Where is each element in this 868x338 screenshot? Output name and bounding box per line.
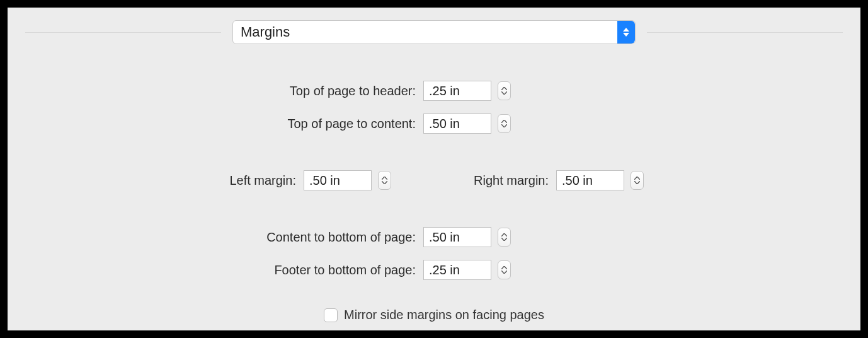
row-mirror: Mirror side margins on facing pages xyxy=(25,308,843,322)
dropdown-selected-label: Margins xyxy=(241,24,290,40)
input-right-margin[interactable] xyxy=(556,170,624,190)
stepper-footer-bottom[interactable] xyxy=(498,260,511,279)
label-right-margin: Right margin: xyxy=(442,173,549,188)
form-area: Top of page to header: Top of page to co… xyxy=(25,81,843,322)
label-footer-bottom: Footer to bottom of page: xyxy=(25,263,416,277)
input-left-margin[interactable] xyxy=(304,170,372,190)
input-top-content[interactable] xyxy=(423,114,491,134)
input-top-header[interactable] xyxy=(423,81,491,101)
label-content-bottom: Content to bottom of page: xyxy=(25,230,416,245)
stepper-right-margin[interactable] xyxy=(631,171,644,190)
stepper-top-content[interactable] xyxy=(498,114,511,133)
label-left-margin: Left margin: xyxy=(25,173,296,188)
section-divider: Margins xyxy=(25,20,843,44)
checkbox-mirror[interactable] xyxy=(324,308,338,322)
label-top-header: Top of page to header: xyxy=(25,84,416,98)
margins-panel: Margins Top of page to header: Top of pa… xyxy=(8,8,860,330)
row-top-content: Top of page to content: xyxy=(25,114,843,134)
label-top-content: Top of page to content: xyxy=(25,117,416,131)
row-side-margins: Left margin: Right margin: xyxy=(25,170,843,190)
row-footer-bottom: Footer to bottom of page: xyxy=(25,260,843,280)
row-top-header: Top of page to header: xyxy=(25,81,843,101)
row-content-bottom: Content to bottom of page: xyxy=(25,227,843,247)
section-dropdown[interactable]: Margins xyxy=(232,20,636,44)
input-footer-bottom[interactable] xyxy=(423,260,491,280)
divider-left xyxy=(25,32,221,33)
stepper-left-margin[interactable] xyxy=(378,171,391,190)
chevron-updown-icon xyxy=(617,21,635,44)
label-mirror: Mirror side margins on facing pages xyxy=(344,308,544,322)
stepper-content-bottom[interactable] xyxy=(498,228,511,247)
stepper-top-header[interactable] xyxy=(498,81,511,100)
input-content-bottom[interactable] xyxy=(423,227,491,247)
divider-right xyxy=(647,32,843,33)
